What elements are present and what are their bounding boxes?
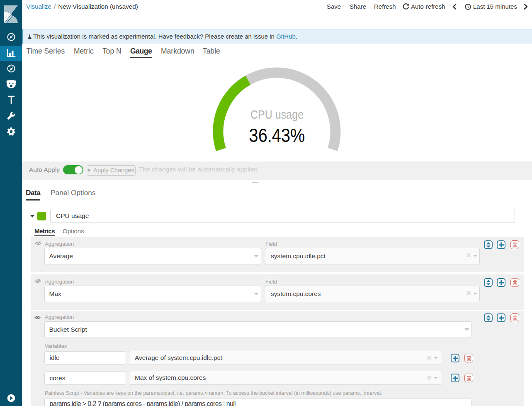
svg-text:CPU usage: CPU usage: [250, 108, 304, 122]
svg-text:36.43%: 36.43%: [249, 125, 305, 146]
